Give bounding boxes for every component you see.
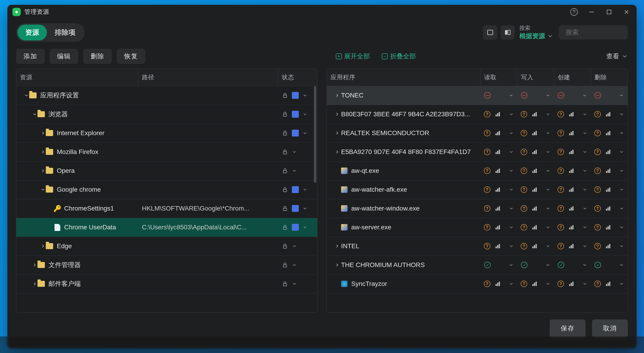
app-window: 管理资源 ? 资源 排除项 搜索 根据资源	[7, 5, 637, 349]
svg-rect-13	[283, 227, 286, 230]
svg-rect-86	[606, 209, 607, 211]
col-path: 路径	[138, 69, 278, 86]
layout-split-button[interactable]	[500, 25, 515, 39]
svg-rect-18	[497, 113, 498, 116]
resource-row[interactable]: Google chrome	[16, 180, 317, 199]
svg-rect-83	[569, 209, 570, 211]
svg-rect-25	[572, 112, 574, 116]
svg-rect-41	[496, 152, 497, 154]
svg-rect-79	[499, 206, 500, 211]
svg-rect-61	[572, 169, 574, 173]
app-logo-icon	[12, 8, 21, 16]
svg-rect-0	[590, 11, 594, 12]
app-row[interactable]: aw-server.exe ? ? ? ?	[327, 218, 628, 237]
svg-rect-27	[608, 113, 609, 116]
view-dropdown[interactable]: 查看	[606, 52, 628, 61]
svg-rect-43	[499, 150, 500, 154]
resource-row[interactable]: Opera	[16, 162, 317, 180]
app-row[interactable]: E5BA9270 9D7E 40F4 8F80 F837EF4FA1D7 ? ?…	[327, 143, 628, 162]
app-row[interactable]: SyncTrayzor ? ? ? ?	[327, 275, 628, 294]
resource-row[interactable]: 🔑 ChromeSettings1 HKLM\SOFTWARE\Google\*…	[16, 199, 317, 218]
search-label: 搜索	[519, 24, 554, 32]
resource-row[interactable]: 应用程序设置	[16, 86, 317, 105]
svg-rect-62	[606, 171, 607, 173]
svg-rect-113	[496, 284, 497, 286]
collapse-all-button[interactable]: −折叠全部	[382, 52, 416, 61]
resource-row[interactable]: Mozilla Firefox	[16, 143, 317, 162]
maximize-button[interactable]	[604, 7, 614, 17]
expand-all-button[interactable]: +展开全部	[336, 52, 370, 61]
svg-rect-115	[499, 282, 500, 286]
app-row[interactable]: INTEL ? ? ? ?	[327, 237, 628, 256]
app-row[interactable]: aw-watcher-afk.exe ? ? ? ?	[327, 180, 628, 199]
svg-rect-49	[572, 150, 574, 154]
app-row[interactable]: THE CHROMIUM AUTHORS ✓ ✓ ✓ ✓	[327, 256, 628, 275]
cancel-button[interactable]: 取消	[592, 320, 628, 337]
svg-rect-52	[609, 150, 610, 154]
svg-rect-88	[609, 206, 610, 211]
resource-row[interactable]: 邮件客户端	[16, 275, 317, 294]
svg-rect-22	[536, 112, 537, 116]
svg-rect-34	[536, 131, 537, 135]
svg-rect-92	[532, 228, 534, 229]
app-row[interactable]: B80E3F07 3BEE 46F7 9B4C A2E23B97D3... ? …	[327, 105, 628, 124]
close-button[interactable]	[622, 7, 632, 17]
resource-row[interactable]: 浏览器	[16, 105, 317, 124]
svg-rect-82	[536, 206, 537, 211]
svg-rect-45	[534, 151, 535, 154]
resource-row[interactable]: Internet Explorer	[16, 124, 317, 143]
app-row[interactable]: REALTEK SEMICONDUCTOR ? ? ? ?	[327, 124, 628, 143]
svg-rect-106	[536, 244, 537, 248]
svg-rect-42	[497, 151, 498, 154]
svg-rect-104	[532, 246, 534, 248]
app-row[interactable]: aw-watcher-window.exe ? ? ? ?	[327, 199, 628, 218]
svg-rect-121	[572, 282, 574, 286]
resource-row[interactable]: 文件管理器	[16, 256, 317, 275]
add-button[interactable]: 添加	[16, 49, 44, 64]
svg-rect-120	[571, 283, 572, 286]
svg-rect-99	[608, 226, 609, 229]
svg-rect-35	[569, 133, 570, 135]
tab-exclusions[interactable]: 排除项	[47, 24, 83, 40]
app-row[interactable]: TONEC	[327, 86, 628, 105]
layout-single-button[interactable]	[483, 25, 497, 39]
help-button[interactable]: ?	[569, 7, 579, 17]
svg-rect-78	[497, 207, 498, 211]
search-input[interactable]	[566, 29, 644, 36]
svg-rect-4	[508, 30, 510, 35]
svg-rect-29	[496, 133, 497, 135]
svg-rect-107	[569, 246, 570, 248]
svg-rect-74	[606, 190, 607, 192]
resource-row[interactable]: 📄 Chrome UserData C:\Users\lyc8503\AppDa…	[16, 218, 317, 237]
svg-rect-103	[499, 244, 500, 248]
svg-rect-21	[534, 113, 535, 116]
svg-rect-100	[609, 225, 610, 230]
svg-rect-89	[496, 228, 497, 229]
svg-rect-87	[608, 207, 609, 211]
main-tabs: 资源 排除项	[16, 23, 85, 42]
svg-rect-73	[572, 188, 574, 192]
svg-rect-65	[496, 190, 497, 192]
col-read: 读取	[480, 69, 517, 86]
app-row[interactable]: aw-qt.exe ? ? ? ?	[327, 162, 628, 180]
svg-rect-70	[536, 188, 537, 192]
svg-rect-63	[608, 170, 609, 173]
delete-button[interactable]: 删除	[83, 49, 112, 64]
svg-rect-76	[609, 188, 610, 192]
svg-rect-77	[496, 209, 497, 211]
svg-rect-93	[534, 226, 535, 229]
svg-rect-33	[534, 132, 535, 135]
restore-button[interactable]: 恢复	[117, 49, 145, 64]
resource-row[interactable]: Edge	[16, 237, 317, 256]
svg-rect-19	[499, 112, 500, 116]
svg-rect-10	[283, 171, 286, 173]
svg-rect-118	[536, 282, 537, 286]
edit-button[interactable]: 编辑	[50, 49, 78, 64]
svg-rect-2	[488, 30, 493, 35]
search-mode-dropdown[interactable]: 根据资源	[519, 32, 554, 40]
minimize-button[interactable]	[586, 7, 596, 17]
search-box[interactable]	[559, 25, 628, 39]
save-button[interactable]: 保存	[550, 320, 586, 337]
tab-resources[interactable]: 资源	[18, 24, 47, 40]
os-taskbar[interactable]	[0, 337, 644, 353]
